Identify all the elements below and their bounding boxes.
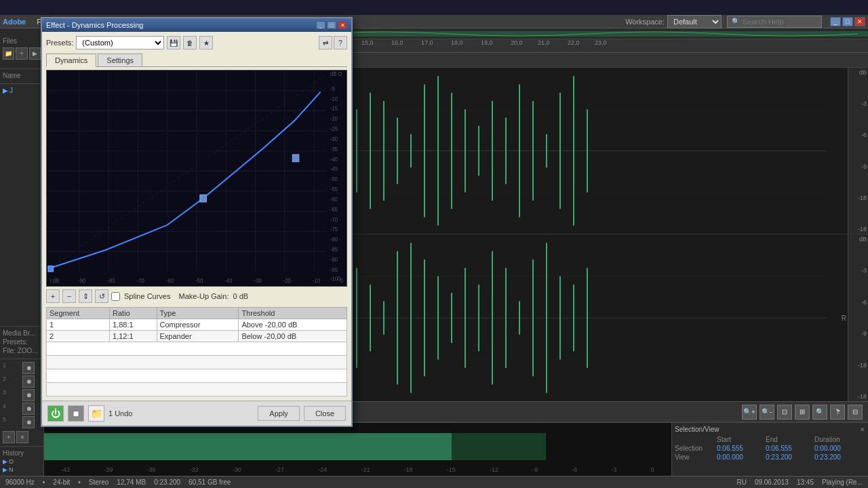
workspace-select[interactable]: Default <box>667 15 722 28</box>
track-num-2: 2 <box>3 375 21 388</box>
row1-ratio: 1,88:1 <box>110 319 157 331</box>
track-btn-4a[interactable]: ⏺ <box>22 403 35 415</box>
preset-star-btn[interactable]: ★ <box>199 36 213 49</box>
svg-text:-20: -20 <box>330 116 338 122</box>
sv-selection-label: Selection <box>675 445 715 452</box>
db-label-m9: -9 <box>850 163 867 170</box>
remove-node-btn[interactable]: − <box>62 289 76 303</box>
r-label: R <box>842 314 846 322</box>
stop-effect-btn[interactable]: ■ <box>68 405 84 422</box>
preset-help-btn[interactable]: ? <box>334 36 347 49</box>
file-btn-3[interactable]: ▶ <box>29 47 41 60</box>
track-btn-3a[interactable]: ⏺ <box>22 389 35 401</box>
history-icon-2: ▶ <box>3 466 7 473</box>
track-btn-2a[interactable]: ⏺ <box>22 375 35 388</box>
svg-rect-141 <box>370 285 371 351</box>
svg-rect-156 <box>573 285 574 351</box>
db-bot-m18b: -18 <box>850 393 867 400</box>
dynamics-graph[interactable]: dB O -5 -10 -15 -20 -25 -30 -35 -40 -45 … <box>46 70 347 287</box>
svg-text:-90: -90 <box>330 257 338 263</box>
track-btn-5a[interactable]: ⏺ <box>22 416 35 428</box>
preset-delete-btn[interactable]: 🗑 <box>183 36 197 49</box>
effect-minimize[interactable]: _ <box>316 21 326 29</box>
row2-threshold: Below -20,00 dB <box>239 331 347 342</box>
svg-rect-184 <box>292 155 299 162</box>
close-dialog-button[interactable]: Close <box>304 406 346 421</box>
zoom-sel[interactable]: ⊞ <box>795 405 810 420</box>
svg-rect-140 <box>356 268 357 368</box>
zoom-fit[interactable]: ⊟ <box>848 405 863 420</box>
svg-text:-35: -35 <box>330 146 338 152</box>
effect-titlebar-controls: _ □ ✕ <box>316 21 347 29</box>
effect-maximize[interactable]: □ <box>327 21 336 29</box>
col-type: Type <box>157 308 239 319</box>
file-btn-1[interactable]: 📁 <box>3 47 14 60</box>
preset-save-btn[interactable]: 💾 <box>167 36 180 49</box>
svg-text:-65: -65 <box>330 206 338 212</box>
sv-selection-start[interactable]: 0:06.555 <box>717 445 764 452</box>
effect-close[interactable]: ✕ <box>338 21 347 29</box>
file-btn-2[interactable]: + <box>16 47 27 60</box>
presets-select[interactable]: (Custom) <box>76 36 164 49</box>
row2-type: Expander <box>157 331 239 342</box>
sv-view-duration: 0:23.200 <box>814 453 862 461</box>
svg-text:-40: -40 <box>330 156 338 162</box>
svg-rect-161 <box>452 433 546 460</box>
db-label-m18: -18 <box>850 195 867 201</box>
svg-text:0: 0 <box>340 277 343 283</box>
db-bot-m18: -18 <box>850 362 867 369</box>
zoom-in2[interactable]: 🔍 <box>812 405 827 420</box>
folder-btn[interactable]: 📁 <box>88 405 104 422</box>
zoom-full[interactable]: ⊡ <box>777 405 792 420</box>
maximize-button[interactable]: □ <box>842 17 853 26</box>
svg-rect-142 <box>383 301 384 334</box>
table-row[interactable]: 1 1,88:1 Compressor Above -20,00 dB <box>47 319 347 331</box>
preset-toggle-btn[interactable]: ⇄ <box>319 36 332 49</box>
status-time: 0:23.200 <box>154 479 180 486</box>
table-row[interactable]: 2 1,12:1 Expander Below -20,00 dB <box>47 331 347 342</box>
svg-text:-30: -30 <box>330 136 338 142</box>
svg-text:-10: -10 <box>313 277 321 283</box>
sv-selection-end[interactable]: 0:06.555 <box>766 445 813 452</box>
reset-btn[interactable]: ↺ <box>95 289 108 303</box>
search-input[interactable] <box>743 18 824 26</box>
effect-dialog-content: Presets: (Custom) 💾 🗑 ★ ⇄ ? Dynamics Set… <box>42 32 351 401</box>
add-node-btn[interactable]: + <box>46 289 60 303</box>
spline-checkbox[interactable] <box>111 292 120 301</box>
sv-close[interactable]: ✕ <box>860 426 865 433</box>
tab-settings[interactable]: Settings <box>98 54 142 66</box>
sv-view-end[interactable]: 0:23.200 <box>766 453 813 461</box>
minimize-button[interactable]: _ <box>830 17 841 26</box>
overview-waveform: -43-39-36-33-30 -27-24-21-18-15 -12-9-6-… <box>44 423 671 476</box>
svg-text:I dB: I dB <box>50 277 60 283</box>
power-btn[interactable]: ⏻ <box>47 405 64 422</box>
svg-text:-70: -70 <box>137 277 145 283</box>
history-item-n[interactable]: N <box>9 466 14 473</box>
zoom-out-btn[interactable]: ≡ <box>16 431 28 443</box>
zoom-in-btn[interactable]: + <box>3 431 15 443</box>
apply-button[interactable]: Apply <box>258 406 300 421</box>
svg-rect-76 <box>383 101 384 201</box>
zoom-out2[interactable]: 🔭 <box>830 405 845 420</box>
db-label-m6: -6 <box>850 131 867 138</box>
track-btn-1a[interactable]: ⏺ <box>22 362 35 374</box>
sv-view-label: View <box>675 453 715 461</box>
dialog-actions: ⏻ ■ 📁 1 Undo Apply Close <box>42 401 351 426</box>
history-item-o[interactable]: O <box>9 458 14 465</box>
zoom-in-transport[interactable]: 🔍+ <box>742 405 757 420</box>
svg-text:-75: -75 <box>330 226 338 232</box>
svg-rect-162 <box>546 433 671 460</box>
col-ratio: Ratio <box>110 308 157 319</box>
svg-text:-30: -30 <box>254 277 262 283</box>
sv-view-start[interactable]: 0:00.000 <box>717 453 764 461</box>
tab-dynamics[interactable]: Dynamics <box>46 54 96 67</box>
status-file-size: 12,74 MB <box>117 479 146 486</box>
close-button[interactable]: ✕ <box>854 17 865 26</box>
zoom-out-transport[interactable]: 🔍- <box>760 405 774 420</box>
table-row-empty <box>47 383 347 396</box>
name-label: Name <box>3 72 41 79</box>
col-threshold: Threshold <box>239 308 347 319</box>
flip-btn[interactable]: ⇕ <box>79 289 92 303</box>
track-num-1: 1 <box>3 362 21 374</box>
svg-text:-50: -50 <box>195 277 203 283</box>
